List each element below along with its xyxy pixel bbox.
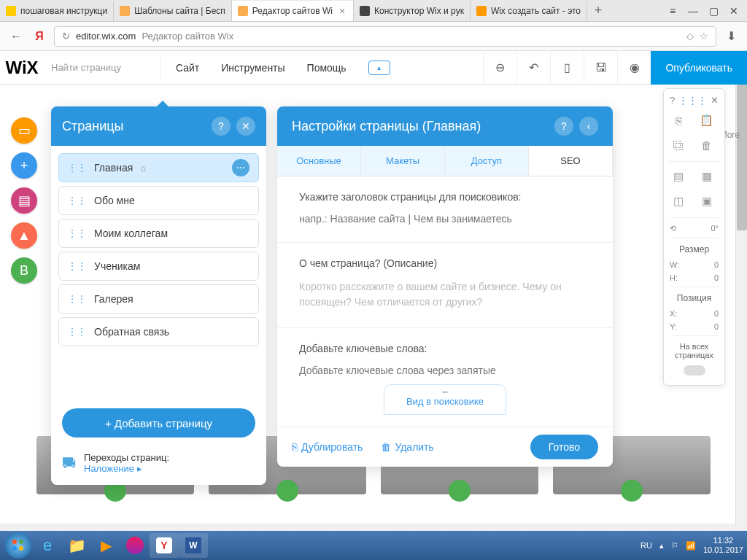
menu-icon[interactable]: ≡ (665, 5, 680, 17)
browser-tab[interactable]: пошаговая инструкци (0, 1, 114, 21)
close-button[interactable]: ✕ (727, 5, 741, 17)
y-value[interactable]: 0 (714, 322, 719, 331)
tray-icon[interactable]: ▴ (659, 541, 664, 551)
tool-add[interactable]: + (11, 152, 37, 179)
taskbar-explorer[interactable]: 📁 (62, 533, 91, 558)
undo-icon[interactable]: ↶ (516, 51, 550, 85)
taskbar-media[interactable]: ▶ (91, 533, 120, 558)
tab-layouts[interactable]: Макеты (361, 146, 445, 176)
close-panel-button[interactable]: ✕ (236, 117, 255, 136)
tab-access[interactable]: Доступ (445, 146, 529, 176)
save-icon[interactable]: 🖫 (584, 51, 617, 85)
drag-icon[interactable]: ⋮⋮ (68, 261, 87, 271)
drag-icon[interactable]: ⋮⋮ (68, 327, 87, 337)
star-icon[interactable]: ☆ (700, 31, 708, 42)
search-page-input[interactable]: Найти страницу (44, 62, 160, 73)
layer-icon[interactable]: ▣ (698, 192, 716, 210)
taskbar-clock[interactable]: 11:32 10.01.2017 (703, 536, 743, 555)
page-item[interactable]: ⋮⋮Ученикам (58, 252, 259, 281)
allpages-toggle[interactable] (684, 365, 705, 376)
menu-help[interactable]: Помощь (307, 62, 347, 74)
delete-button[interactable]: 🗑Удалить (381, 441, 433, 453)
start-button[interactable] (4, 533, 33, 558)
taskbar-opera[interactable] (120, 533, 150, 558)
tab-basic[interactable]: Основные (277, 146, 361, 176)
arrange-icon[interactable]: ◫ (670, 192, 687, 210)
favicon (476, 6, 487, 16)
tool-background[interactable]: ▭ (11, 117, 37, 144)
scrollbar[interactable] (735, 85, 747, 524)
page-item[interactable]: ⋮⋮Галерея (58, 284, 259, 314)
zoom-icon[interactable]: ⊖ (483, 51, 516, 85)
collapse-icon[interactable]: ▴ (368, 61, 390, 75)
transitions-value[interactable]: Наложение ▸ (84, 463, 169, 474)
menu-tools[interactable]: Инструменты (221, 62, 285, 74)
maximize-button[interactable]: ▢ (706, 5, 721, 17)
browser-tab[interactable]: Конструктор Wix и рук (354, 1, 471, 21)
reload-icon[interactable]: ↻ (62, 31, 70, 42)
taskbar-yandex[interactable]: Y (150, 533, 179, 558)
page-item-home[interactable]: ⋮⋮ Главная ⌂ ⋯ (58, 153, 259, 182)
new-tab-button[interactable]: + (587, 3, 609, 18)
duplicate-icon[interactable]: ⿻ (670, 136, 687, 154)
yandex-icon[interactable]: Я (31, 28, 48, 45)
download-icon[interactable]: ⬇ (722, 28, 740, 45)
browser-tab-active[interactable]: Редактор сайтов Wi× (232, 1, 354, 21)
drag-icon[interactable]: ⋮⋮ (68, 163, 87, 173)
drag-icon[interactable]: ⋮⋮⋮ (678, 95, 707, 106)
copy-icon[interactable]: ⎘ (670, 112, 687, 129)
page-more-button[interactable]: ⋯ (232, 159, 249, 176)
browser-tab[interactable]: Wix создать сайт - это (471, 1, 587, 21)
url-title: Редактор сайтов Wix (142, 31, 233, 42)
close-icon[interactable]: ✕ (711, 95, 719, 106)
tray-network-icon[interactable]: 📶 (686, 541, 696, 551)
seo-keywords-input[interactable] (299, 362, 591, 379)
page-transitions[interactable]: ⛟ Переходы страниц: Наложение ▸ (51, 445, 266, 485)
seo-title-input[interactable] (299, 210, 591, 228)
help-icon[interactable]: ? (670, 95, 675, 106)
trash-icon[interactable]: 🗑 (698, 136, 716, 154)
close-icon[interactable]: × (337, 6, 347, 16)
browser-tab[interactable]: Шаблоны сайта | Бесп (114, 1, 232, 21)
shield-icon[interactable]: ◇ (686, 31, 694, 42)
url-input[interactable]: ↻ editor.wix.com Редактор сайтов Wix ◇ ☆ (54, 26, 716, 47)
paste-icon[interactable]: 📋 (698, 112, 716, 129)
back-button[interactable]: ‹ (579, 117, 598, 136)
page-item[interactable]: ⋮⋮Обратная связь (58, 317, 259, 346)
language-indicator[interactable]: RU (640, 541, 652, 550)
preview-icon[interactable]: ◉ (617, 51, 651, 85)
search-preview-toggle[interactable]: ═ Вид в поисковике (384, 384, 506, 415)
drag-icon[interactable]: ⋮⋮ (68, 294, 87, 304)
back-button[interactable]: ← (7, 28, 25, 45)
tool-blog[interactable]: B (11, 257, 37, 284)
drag-icon[interactable]: ⋮⋮ (68, 228, 87, 238)
align-icon[interactable]: ▤ (670, 168, 687, 185)
distribute-icon[interactable]: ▦ (698, 168, 716, 185)
scroll-thumb[interactable] (737, 85, 747, 230)
help-button[interactable]: ? (554, 117, 573, 136)
taskbar-word[interactable]: W (179, 533, 208, 558)
menu-site[interactable]: Сайт (176, 62, 199, 74)
page-label: Ученикам (94, 260, 140, 272)
tray-flag-icon[interactable]: ⚐ (671, 541, 678, 551)
done-button[interactable]: Готово (530, 435, 598, 459)
w-value[interactable]: 0 (714, 260, 719, 269)
h-value[interactable]: 0 (714, 273, 719, 282)
rotate-icon[interactable]: ⟲ (670, 224, 676, 233)
tool-appmarket[interactable]: ▤ (11, 187, 37, 214)
tab-seo[interactable]: SEO (529, 146, 613, 176)
seo-desc-input[interactable]: Коротко расскажите о вашем сайте и бизне… (299, 276, 591, 313)
x-value[interactable]: 0 (714, 309, 719, 318)
help-button[interactable]: ? (212, 117, 231, 136)
drag-icon[interactable]: ⋮⋮ (68, 195, 87, 206)
wix-logo[interactable]: WiX (0, 58, 44, 78)
tool-uploads[interactable]: ▲ (11, 222, 37, 249)
page-item[interactable]: ⋮⋮Моим коллегам (58, 219, 259, 248)
publish-button[interactable]: Опубликовать (651, 51, 747, 85)
add-page-button[interactable]: + Добавить страницу (62, 408, 255, 438)
taskbar-ie[interactable]: e (33, 533, 62, 558)
duplicate-button[interactable]: ⎘Дублировать (292, 441, 363, 453)
mobile-icon[interactable]: ▯ (550, 51, 584, 85)
minimize-button[interactable]: — (686, 5, 700, 17)
page-item[interactable]: ⋮⋮Обо мне (58, 186, 259, 215)
